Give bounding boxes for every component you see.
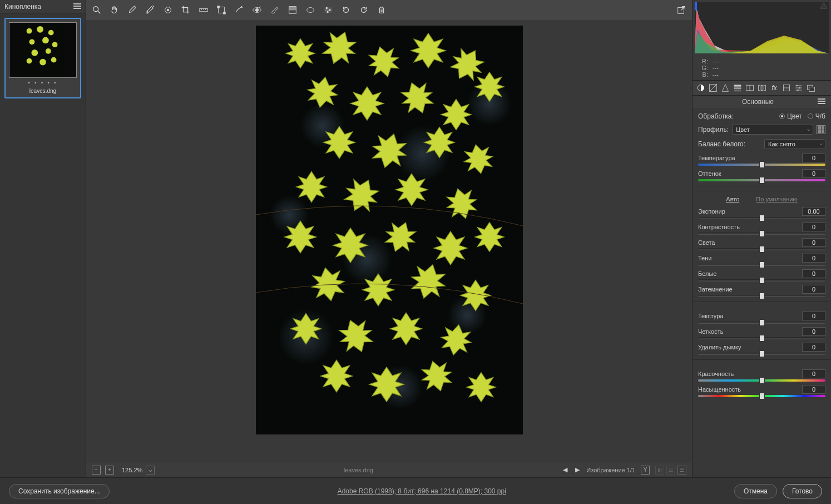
clarity-slider[interactable] xyxy=(698,337,825,339)
texture-value[interactable]: 0 xyxy=(802,312,825,320)
eyedropper-wb-icon[interactable] xyxy=(127,5,137,15)
hand-tool-icon[interactable] xyxy=(110,5,120,15)
auto-button[interactable]: Авто xyxy=(726,196,739,202)
tab-lens-icon[interactable] xyxy=(757,83,767,93)
texture-slider[interactable] xyxy=(698,322,825,324)
temperature-value[interactable]: 0 xyxy=(802,154,825,162)
dehaze-slider[interactable] xyxy=(698,353,825,355)
tint-value[interactable]: 0 xyxy=(802,169,825,178)
thumb-filename: leaves.dng xyxy=(9,87,77,94)
vibrance-value[interactable]: 0 xyxy=(802,369,825,378)
blacks-value[interactable]: 0 xyxy=(802,285,825,294)
whites-slider[interactable] xyxy=(698,279,825,281)
straighten-tool-icon[interactable] xyxy=(199,5,209,15)
temperature-slider[interactable] xyxy=(698,164,825,166)
highlights-value[interactable]: 0 xyxy=(802,238,825,247)
filmstrip-menu-icon[interactable] xyxy=(73,3,81,10)
treatment-label: Обработка: xyxy=(698,112,734,120)
highlights-label: Света xyxy=(698,239,715,246)
next-image-button[interactable]: ▶ xyxy=(574,466,581,473)
vibrance-slider[interactable] xyxy=(698,379,825,382)
trash-icon[interactable] xyxy=(377,5,387,15)
contrast-value[interactable]: 0 xyxy=(802,223,825,231)
save-image-button[interactable]: Сохранить изображение... xyxy=(9,484,110,498)
shadows-label: Тени xyxy=(698,255,711,261)
prev-image-button[interactable]: ◀ xyxy=(562,466,568,473)
color-sampler-icon[interactable] xyxy=(145,5,155,15)
filmstrip-header: Кинопленка xyxy=(0,0,86,13)
clarity-value[interactable]: 0 xyxy=(802,327,825,336)
rotate-ccw-icon[interactable] xyxy=(341,5,351,15)
redeye-tool-icon[interactable] xyxy=(252,5,262,15)
adjustment-panel: R:--- G:--- B:--- fx Основные Обработка:… xyxy=(692,0,831,477)
svg-point-4 xyxy=(29,39,35,45)
cancel-button[interactable]: Отмена xyxy=(734,484,777,498)
tab-hsl-icon[interactable] xyxy=(733,83,743,93)
thumb-rating-dots[interactable]: • • • • • xyxy=(9,78,77,87)
compare-horizontal-icon[interactable]: ◧ xyxy=(655,466,664,475)
tint-slider[interactable] xyxy=(698,179,825,181)
profile-browser-icon[interactable] xyxy=(817,125,825,134)
shadows-value[interactable]: 0 xyxy=(802,254,825,263)
default-button[interactable]: По умолчанию xyxy=(756,196,797,202)
exposure-slider[interactable] xyxy=(698,217,825,219)
filmstrip-title: Кинопленка xyxy=(4,3,41,11)
workflow-link[interactable]: Adobe RGB (1998); 8 бит; 696 на 1214 (0.… xyxy=(121,487,723,495)
treatment-bw-radio[interactable]: Ч/б xyxy=(808,112,825,120)
compare-vertical-icon[interactable]: ⬓ xyxy=(666,466,675,475)
svg-point-7 xyxy=(31,50,38,56)
tab-calibration-icon[interactable] xyxy=(781,83,792,93)
dehaze-value[interactable]: 0 xyxy=(802,343,825,352)
thumbnail-selected[interactable]: • • • • • leaves.dng xyxy=(4,18,81,98)
exposure-label: Экспонир xyxy=(698,208,725,215)
svg-point-10 xyxy=(39,59,46,66)
preview-image[interactable] xyxy=(256,26,523,434)
target-adjust-icon[interactable] xyxy=(163,5,173,15)
tab-presets-icon[interactable] xyxy=(794,83,804,93)
shadows-slider[interactable] xyxy=(698,264,825,266)
svg-rect-53 xyxy=(734,90,741,91)
svg-rect-57 xyxy=(761,85,763,91)
graduated-filter-icon[interactable] xyxy=(288,5,298,15)
blacks-slider[interactable] xyxy=(698,295,825,297)
zoom-out-button[interactable]: − xyxy=(92,466,101,475)
profile-select[interactable]: Цвет xyxy=(732,125,813,135)
done-button[interactable]: Готово xyxy=(783,484,822,498)
zoom-dropdown-icon[interactable]: ⌵ xyxy=(146,466,155,475)
exposure-value[interactable]: 0.00 xyxy=(802,207,825,216)
tab-curve-icon[interactable] xyxy=(708,83,718,93)
dehaze-label: Удалить дымку xyxy=(698,344,741,350)
zoom-in-button[interactable]: + xyxy=(105,466,114,475)
treatment-color-radio[interactable]: Цвет xyxy=(779,112,802,120)
saturation-slider[interactable] xyxy=(698,395,825,397)
panel-menu-icon[interactable] xyxy=(818,98,825,105)
highlight-clip-icon[interactable] xyxy=(820,2,828,11)
tab-split-icon[interactable] xyxy=(745,83,755,93)
contrast-slider[interactable] xyxy=(698,233,825,235)
preferences-icon[interactable] xyxy=(323,5,333,15)
highlights-slider[interactable] xyxy=(698,248,825,250)
zoom-tool-icon[interactable] xyxy=(92,5,102,15)
rotate-cw-icon[interactable] xyxy=(359,5,369,15)
tab-basic-icon[interactable] xyxy=(696,83,706,93)
compare-settings-icon[interactable]: ☰ xyxy=(677,466,686,475)
viewer-area: − + 125.2% ⌵ leaves.dng ◀ ▶ Изображение … xyxy=(86,0,692,477)
wb-select[interactable]: Как снято xyxy=(764,139,825,149)
vibrance-label: Красочность xyxy=(698,370,734,377)
open-new-icon[interactable] xyxy=(676,5,686,15)
before-after-toggle[interactable]: Y xyxy=(641,466,650,475)
brush-tool-icon[interactable] xyxy=(270,5,280,15)
spot-removal-icon[interactable] xyxy=(234,5,244,15)
profile-label: Профиль: xyxy=(698,126,729,134)
tab-snapshots-icon[interactable] xyxy=(806,83,816,93)
tab-detail-icon[interactable] xyxy=(720,83,730,93)
tab-fx-icon[interactable]: fx xyxy=(769,83,779,93)
crop-tool-icon[interactable] xyxy=(181,5,191,15)
radial-filter-icon[interactable] xyxy=(305,5,315,15)
whites-value[interactable]: 0 xyxy=(802,269,825,278)
histogram[interactable] xyxy=(692,0,831,56)
panel-tabs: fx xyxy=(692,80,831,96)
transform-tool-icon[interactable] xyxy=(216,5,226,15)
saturation-value[interactable]: 0 xyxy=(802,385,825,394)
temperature-label: Температура xyxy=(698,155,735,161)
